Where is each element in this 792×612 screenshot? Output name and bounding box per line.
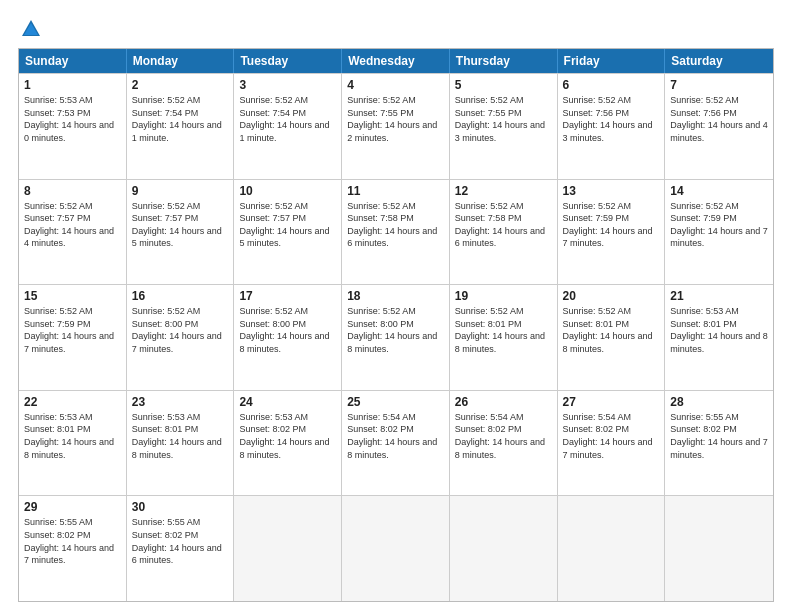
day-number: 30 xyxy=(132,500,229,514)
cell-info: Sunrise: 5:52 AMSunset: 7:57 PMDaylight:… xyxy=(132,200,229,250)
cell-info: Sunrise: 5:52 AMSunset: 7:59 PMDaylight:… xyxy=(563,200,660,250)
day-cell-9: 9Sunrise: 5:52 AMSunset: 7:57 PMDaylight… xyxy=(127,180,235,285)
day-cell-27: 27Sunrise: 5:54 AMSunset: 8:02 PMDayligh… xyxy=(558,391,666,496)
cell-info: Sunrise: 5:53 AMSunset: 8:01 PMDaylight:… xyxy=(24,411,121,461)
header-day-saturday: Saturday xyxy=(665,49,773,73)
calendar-row: 15Sunrise: 5:52 AMSunset: 7:59 PMDayligh… xyxy=(19,284,773,390)
calendar-header: SundayMondayTuesdayWednesdayThursdayFrid… xyxy=(19,49,773,73)
day-cell-8: 8Sunrise: 5:52 AMSunset: 7:57 PMDaylight… xyxy=(19,180,127,285)
header xyxy=(18,18,774,38)
day-number: 6 xyxy=(563,78,660,92)
day-cell-3: 3Sunrise: 5:52 AMSunset: 7:54 PMDaylight… xyxy=(234,74,342,179)
day-number: 21 xyxy=(670,289,768,303)
empty-cell xyxy=(342,496,450,601)
day-number: 9 xyxy=(132,184,229,198)
day-number: 20 xyxy=(563,289,660,303)
cell-info: Sunrise: 5:54 AMSunset: 8:02 PMDaylight:… xyxy=(347,411,444,461)
day-cell-5: 5Sunrise: 5:52 AMSunset: 7:55 PMDaylight… xyxy=(450,74,558,179)
cell-info: Sunrise: 5:52 AMSunset: 7:54 PMDaylight:… xyxy=(239,94,336,144)
day-cell-10: 10Sunrise: 5:52 AMSunset: 7:57 PMDayligh… xyxy=(234,180,342,285)
day-number: 13 xyxy=(563,184,660,198)
day-cell-17: 17Sunrise: 5:52 AMSunset: 8:00 PMDayligh… xyxy=(234,285,342,390)
header-day-monday: Monday xyxy=(127,49,235,73)
day-number: 4 xyxy=(347,78,444,92)
day-cell-30: 30Sunrise: 5:55 AMSunset: 8:02 PMDayligh… xyxy=(127,496,235,601)
day-number: 26 xyxy=(455,395,552,409)
day-number: 23 xyxy=(132,395,229,409)
day-number: 24 xyxy=(239,395,336,409)
header-day-friday: Friday xyxy=(558,49,666,73)
day-number: 22 xyxy=(24,395,121,409)
cell-info: Sunrise: 5:52 AMSunset: 8:00 PMDaylight:… xyxy=(347,305,444,355)
day-number: 29 xyxy=(24,500,121,514)
day-cell-15: 15Sunrise: 5:52 AMSunset: 7:59 PMDayligh… xyxy=(19,285,127,390)
day-cell-2: 2Sunrise: 5:52 AMSunset: 7:54 PMDaylight… xyxy=(127,74,235,179)
cell-info: Sunrise: 5:52 AMSunset: 7:57 PMDaylight:… xyxy=(24,200,121,250)
day-number: 5 xyxy=(455,78,552,92)
day-number: 2 xyxy=(132,78,229,92)
empty-cell xyxy=(665,496,773,601)
day-number: 15 xyxy=(24,289,121,303)
header-day-sunday: Sunday xyxy=(19,49,127,73)
empty-cell xyxy=(558,496,666,601)
day-number: 8 xyxy=(24,184,121,198)
cell-info: Sunrise: 5:52 AMSunset: 7:58 PMDaylight:… xyxy=(455,200,552,250)
cell-info: Sunrise: 5:52 AMSunset: 7:56 PMDaylight:… xyxy=(670,94,768,144)
cell-info: Sunrise: 5:53 AMSunset: 7:53 PMDaylight:… xyxy=(24,94,121,144)
logo-icon xyxy=(20,18,42,40)
cell-info: Sunrise: 5:52 AMSunset: 7:57 PMDaylight:… xyxy=(239,200,336,250)
cell-info: Sunrise: 5:52 AMSunset: 7:55 PMDaylight:… xyxy=(455,94,552,144)
cell-info: Sunrise: 5:52 AMSunset: 7:58 PMDaylight:… xyxy=(347,200,444,250)
cell-info: Sunrise: 5:54 AMSunset: 8:02 PMDaylight:… xyxy=(455,411,552,461)
cell-info: Sunrise: 5:53 AMSunset: 8:01 PMDaylight:… xyxy=(132,411,229,461)
day-cell-21: 21Sunrise: 5:53 AMSunset: 8:01 PMDayligh… xyxy=(665,285,773,390)
cell-info: Sunrise: 5:55 AMSunset: 8:02 PMDaylight:… xyxy=(132,516,229,566)
cell-info: Sunrise: 5:52 AMSunset: 8:01 PMDaylight:… xyxy=(563,305,660,355)
calendar-row: 1Sunrise: 5:53 AMSunset: 7:53 PMDaylight… xyxy=(19,73,773,179)
day-number: 19 xyxy=(455,289,552,303)
day-cell-18: 18Sunrise: 5:52 AMSunset: 8:00 PMDayligh… xyxy=(342,285,450,390)
cell-info: Sunrise: 5:52 AMSunset: 7:55 PMDaylight:… xyxy=(347,94,444,144)
header-day-thursday: Thursday xyxy=(450,49,558,73)
day-cell-11: 11Sunrise: 5:52 AMSunset: 7:58 PMDayligh… xyxy=(342,180,450,285)
cell-info: Sunrise: 5:53 AMSunset: 8:01 PMDaylight:… xyxy=(670,305,768,355)
empty-cell xyxy=(234,496,342,601)
cell-info: Sunrise: 5:52 AMSunset: 7:59 PMDaylight:… xyxy=(24,305,121,355)
day-number: 28 xyxy=(670,395,768,409)
day-cell-22: 22Sunrise: 5:53 AMSunset: 8:01 PMDayligh… xyxy=(19,391,127,496)
day-number: 16 xyxy=(132,289,229,303)
day-cell-16: 16Sunrise: 5:52 AMSunset: 8:00 PMDayligh… xyxy=(127,285,235,390)
day-cell-6: 6Sunrise: 5:52 AMSunset: 7:56 PMDaylight… xyxy=(558,74,666,179)
day-number: 3 xyxy=(239,78,336,92)
day-number: 27 xyxy=(563,395,660,409)
day-cell-24: 24Sunrise: 5:53 AMSunset: 8:02 PMDayligh… xyxy=(234,391,342,496)
calendar-row: 22Sunrise: 5:53 AMSunset: 8:01 PMDayligh… xyxy=(19,390,773,496)
calendar-row: 8Sunrise: 5:52 AMSunset: 7:57 PMDaylight… xyxy=(19,179,773,285)
cell-info: Sunrise: 5:52 AMSunset: 8:00 PMDaylight:… xyxy=(132,305,229,355)
cell-info: Sunrise: 5:52 AMSunset: 8:00 PMDaylight:… xyxy=(239,305,336,355)
day-number: 10 xyxy=(239,184,336,198)
day-cell-29: 29Sunrise: 5:55 AMSunset: 8:02 PMDayligh… xyxy=(19,496,127,601)
day-cell-13: 13Sunrise: 5:52 AMSunset: 7:59 PMDayligh… xyxy=(558,180,666,285)
day-cell-25: 25Sunrise: 5:54 AMSunset: 8:02 PMDayligh… xyxy=(342,391,450,496)
cell-info: Sunrise: 5:55 AMSunset: 8:02 PMDaylight:… xyxy=(24,516,121,566)
day-cell-23: 23Sunrise: 5:53 AMSunset: 8:01 PMDayligh… xyxy=(127,391,235,496)
cell-info: Sunrise: 5:53 AMSunset: 8:02 PMDaylight:… xyxy=(239,411,336,461)
cell-info: Sunrise: 5:55 AMSunset: 8:02 PMDaylight:… xyxy=(670,411,768,461)
day-number: 7 xyxy=(670,78,768,92)
calendar: SundayMondayTuesdayWednesdayThursdayFrid… xyxy=(18,48,774,602)
header-day-wednesday: Wednesday xyxy=(342,49,450,73)
day-number: 25 xyxy=(347,395,444,409)
day-number: 1 xyxy=(24,78,121,92)
logo xyxy=(18,18,42,38)
day-number: 14 xyxy=(670,184,768,198)
day-cell-26: 26Sunrise: 5:54 AMSunset: 8:02 PMDayligh… xyxy=(450,391,558,496)
cell-info: Sunrise: 5:54 AMSunset: 8:02 PMDaylight:… xyxy=(563,411,660,461)
cell-info: Sunrise: 5:52 AMSunset: 7:59 PMDaylight:… xyxy=(670,200,768,250)
day-cell-1: 1Sunrise: 5:53 AMSunset: 7:53 PMDaylight… xyxy=(19,74,127,179)
day-cell-14: 14Sunrise: 5:52 AMSunset: 7:59 PMDayligh… xyxy=(665,180,773,285)
calendar-row: 29Sunrise: 5:55 AMSunset: 8:02 PMDayligh… xyxy=(19,495,773,601)
day-number: 18 xyxy=(347,289,444,303)
cell-info: Sunrise: 5:52 AMSunset: 8:01 PMDaylight:… xyxy=(455,305,552,355)
day-cell-4: 4Sunrise: 5:52 AMSunset: 7:55 PMDaylight… xyxy=(342,74,450,179)
